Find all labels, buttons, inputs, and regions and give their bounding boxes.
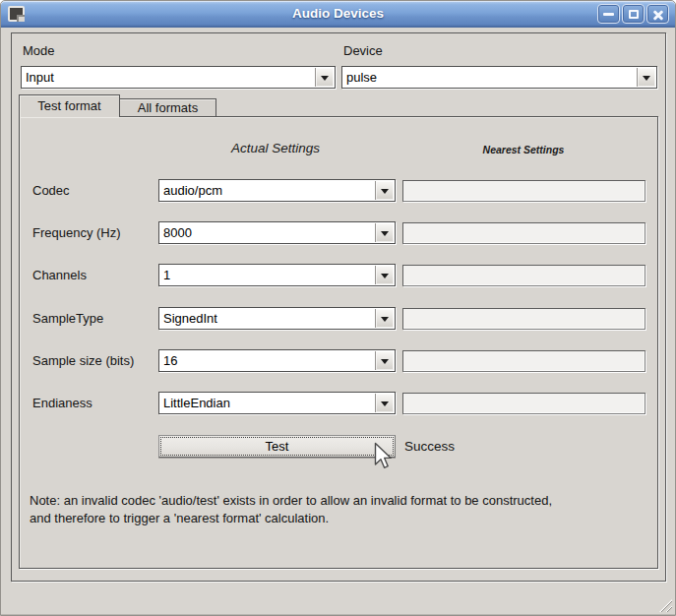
titlebar[interactable]: Audio Devices [1,1,675,28]
channels-combobox[interactable]: 1 [158,264,396,286]
codec-combobox-value: audio/pcm [163,182,373,200]
actual-settings-header: Actual Settings [157,141,394,155]
sampletype-combobox-value: SignedInt [163,310,373,328]
sampletype-nearest-field [402,308,645,330]
sampletype-label: SampleType [32,311,103,326]
device-combobox[interactable]: pulse [341,66,657,89]
endianess-combobox-dropdown-button[interactable] [375,394,394,412]
endianess-combobox-value: LittleEndian [163,395,373,412]
codec-combobox-dropdown-button[interactable] [375,181,394,200]
chevron-down-icon [381,359,389,364]
minimize-icon [603,13,614,16]
channels-nearest-field [402,265,645,286]
tab-all-formats[interactable]: All formats [120,98,216,116]
chevron-down-icon [643,76,650,81]
mode-combobox-dropdown-button[interactable] [315,68,334,87]
resize-grip-icon[interactable] [659,599,672,612]
window-controls [597,4,669,24]
maximize-icon [629,10,639,19]
mode-label: Mode [23,43,55,58]
device-label: Device [343,43,383,58]
frequency-combobox[interactable]: 8000 [158,221,396,244]
frequency-combobox-dropdown-button[interactable] [375,223,394,242]
chevron-down-icon [381,274,389,278]
device-combobox-dropdown-button[interactable] [637,68,655,87]
endianess-combobox[interactable]: LittleEndian [158,392,396,414]
note-text: Note: an invalid codec 'audio/test' exis… [30,492,649,526]
minimize-button[interactable] [597,4,620,24]
codec-row: Codec audio/pcm [20,179,657,203]
sampletype-combobox-dropdown-button[interactable] [375,309,394,328]
samplesize-row: Sample size (bits) 16 [20,349,657,373]
close-button[interactable] [646,4,669,24]
channels-combobox-dropdown-button[interactable] [375,266,394,284]
frequency-label: Frequency (Hz) [32,225,121,240]
samplesize-combobox-dropdown-button[interactable] [375,351,394,370]
chevron-down-icon [381,189,389,194]
device-combobox-value: pulse [346,69,635,87]
sampletype-row: SampleType SignedInt [20,307,657,331]
samplesize-combobox[interactable]: 16 [158,349,396,372]
chevron-down-icon [381,317,389,322]
channels-label: Channels [32,268,87,282]
codec-label: Codec [32,183,70,198]
chevron-down-icon [381,401,389,406]
mode-combobox[interactable]: Input [21,66,336,89]
test-format-tab-pane: Actual Settings Nearest Settings Codec a… [19,116,658,569]
status-text: Success [404,439,455,454]
endianess-label: Endianess [32,396,92,410]
samplesize-label: Sample size (bits) [32,353,134,368]
frequency-combobox-value: 8000 [163,224,373,242]
frequency-row: Frequency (Hz) 8000 [20,221,657,245]
endianess-nearest-field [402,393,645,414]
endianess-row: Endianess LittleEndian [20,392,657,415]
chevron-down-icon [381,231,389,236]
nearest-settings-header: Nearest Settings [401,144,645,155]
tab-test-format[interactable]: Test format [19,94,120,117]
samplesize-nearest-field [402,350,645,372]
main-frame: Mode Device Input pulse Test format All … [11,32,666,582]
channels-row: Channels 1 [20,264,657,287]
samplesize-combobox-value: 16 [163,352,373,370]
audio-devices-window: Audio Devices Mode Device Input pulse [0,0,676,616]
test-button[interactable]: Test [158,435,396,458]
sampletype-combobox[interactable]: SignedInt [158,307,396,330]
codec-combobox[interactable]: audio/pcm [158,179,396,202]
note-line-1: Note: an invalid codec 'audio/test' exis… [30,492,649,510]
mode-combobox-value: Input [26,69,313,87]
close-icon [652,9,664,21]
chevron-down-icon [321,76,329,81]
codec-nearest-field [402,180,645,202]
channels-combobox-value: 1 [163,267,373,284]
window-title: Audio Devices [1,1,675,28]
maximize-button[interactable] [622,4,645,24]
note-line-2: and therefore to trigger a 'nearest form… [30,510,649,527]
frequency-nearest-field [402,222,645,244]
